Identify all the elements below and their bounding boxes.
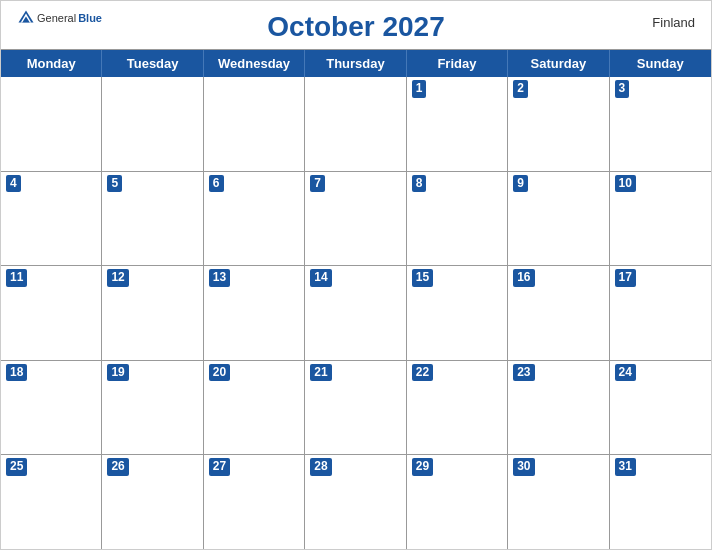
day-cell-3-0: 18 xyxy=(1,361,102,455)
day-cell-3-1: 19 xyxy=(102,361,203,455)
week-row-1: 123 xyxy=(1,77,711,172)
day-header-friday: Friday xyxy=(407,50,508,77)
day-header-sunday: Sunday xyxy=(610,50,711,77)
week-row-5: 25262728293031 xyxy=(1,455,711,549)
day-number: 25 xyxy=(6,458,27,476)
day-number: 17 xyxy=(615,269,636,287)
day-cell-3-5: 23 xyxy=(508,361,609,455)
day-header-saturday: Saturday xyxy=(508,50,609,77)
calendar-header: General Blue October 2027 Finland xyxy=(1,1,711,49)
day-cell-0-2 xyxy=(204,77,305,171)
calendar-grid: Monday Tuesday Wednesday Thursday Friday… xyxy=(1,49,711,549)
day-cell-1-5: 9 xyxy=(508,172,609,266)
day-number: 18 xyxy=(6,364,27,382)
day-number: 9 xyxy=(513,175,528,193)
day-cell-3-4: 22 xyxy=(407,361,508,455)
day-number: 24 xyxy=(615,364,636,382)
day-number: 11 xyxy=(6,269,27,287)
day-cell-3-6: 24 xyxy=(610,361,711,455)
day-cell-2-5: 16 xyxy=(508,266,609,360)
day-number: 4 xyxy=(6,175,21,193)
day-header-monday: Monday xyxy=(1,50,102,77)
day-number: 19 xyxy=(107,364,128,382)
day-number: 14 xyxy=(310,269,331,287)
day-cell-0-3 xyxy=(305,77,406,171)
day-cell-4-1: 26 xyxy=(102,455,203,549)
day-cell-0-4: 1 xyxy=(407,77,508,171)
day-number: 3 xyxy=(615,80,630,98)
day-cell-2-3: 14 xyxy=(305,266,406,360)
day-header-tuesday: Tuesday xyxy=(102,50,203,77)
week-row-4: 18192021222324 xyxy=(1,361,711,456)
day-cell-4-6: 31 xyxy=(610,455,711,549)
day-cell-0-0 xyxy=(1,77,102,171)
day-number: 1 xyxy=(412,80,427,98)
day-number: 29 xyxy=(412,458,433,476)
day-cell-0-1 xyxy=(102,77,203,171)
logo-area: General Blue xyxy=(17,9,102,27)
day-number: 12 xyxy=(107,269,128,287)
day-number: 2 xyxy=(513,80,528,98)
logo-general-text: General xyxy=(37,12,76,24)
day-number: 27 xyxy=(209,458,230,476)
day-number: 31 xyxy=(615,458,636,476)
day-cell-1-6: 10 xyxy=(610,172,711,266)
logo-blue-text: Blue xyxy=(78,12,102,24)
day-number: 30 xyxy=(513,458,534,476)
day-number: 16 xyxy=(513,269,534,287)
day-number: 28 xyxy=(310,458,331,476)
day-number: 26 xyxy=(107,458,128,476)
day-number: 7 xyxy=(310,175,325,193)
day-cell-2-4: 15 xyxy=(407,266,508,360)
day-number: 22 xyxy=(412,364,433,382)
day-cell-2-0: 11 xyxy=(1,266,102,360)
day-number: 21 xyxy=(310,364,331,382)
day-cell-4-4: 29 xyxy=(407,455,508,549)
day-cell-4-5: 30 xyxy=(508,455,609,549)
day-cell-1-2: 6 xyxy=(204,172,305,266)
day-cell-2-2: 13 xyxy=(204,266,305,360)
day-cell-1-1: 5 xyxy=(102,172,203,266)
generalblue-logo-icon xyxy=(17,9,35,27)
country-label: Finland xyxy=(652,15,695,30)
day-cell-1-3: 7 xyxy=(305,172,406,266)
day-number: 15 xyxy=(412,269,433,287)
day-number: 20 xyxy=(209,364,230,382)
day-cell-0-5: 2 xyxy=(508,77,609,171)
day-number: 10 xyxy=(615,175,636,193)
week-row-3: 11121314151617 xyxy=(1,266,711,361)
day-cell-1-0: 4 xyxy=(1,172,102,266)
day-cell-4-2: 27 xyxy=(204,455,305,549)
day-cell-4-0: 25 xyxy=(1,455,102,549)
day-number: 23 xyxy=(513,364,534,382)
day-cell-0-6: 3 xyxy=(610,77,711,171)
day-number: 5 xyxy=(107,175,122,193)
calendar: General Blue October 2027 Finland Monday… xyxy=(0,0,712,550)
calendar-title: October 2027 xyxy=(267,11,444,43)
weeks-container: 1234567891011121314151617181920212223242… xyxy=(1,77,711,549)
day-number: 8 xyxy=(412,175,427,193)
day-number: 13 xyxy=(209,269,230,287)
day-cell-1-4: 8 xyxy=(407,172,508,266)
day-cell-3-2: 20 xyxy=(204,361,305,455)
week-row-2: 45678910 xyxy=(1,172,711,267)
day-header-wednesday: Wednesday xyxy=(204,50,305,77)
day-header-thursday: Thursday xyxy=(305,50,406,77)
day-cell-4-3: 28 xyxy=(305,455,406,549)
day-cell-2-6: 17 xyxy=(610,266,711,360)
day-cell-3-3: 21 xyxy=(305,361,406,455)
day-headers-row: Monday Tuesday Wednesday Thursday Friday… xyxy=(1,50,711,77)
day-cell-2-1: 12 xyxy=(102,266,203,360)
day-number: 6 xyxy=(209,175,224,193)
